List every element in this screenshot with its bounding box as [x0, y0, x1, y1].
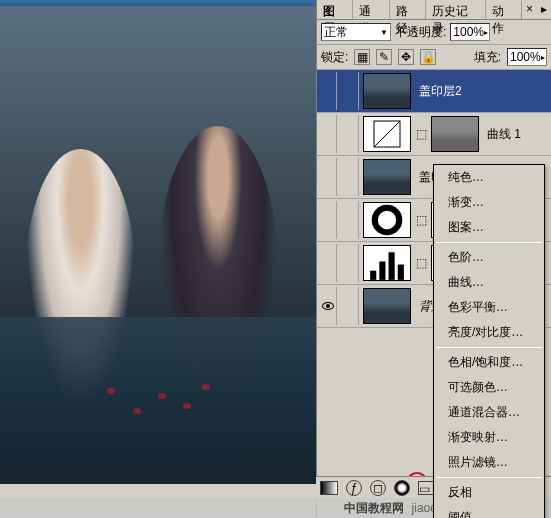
- menu-item-hue-saturation[interactable]: 色相/饱和度…: [434, 350, 544, 375]
- menu-separator: [436, 242, 542, 243]
- fill-input[interactable]: 100% ▸: [507, 48, 547, 66]
- eye-icon: [322, 302, 334, 310]
- layer-thumbnail[interactable]: [363, 73, 411, 109]
- menu-item-invert[interactable]: 反相: [434, 480, 544, 505]
- blend-mode-select[interactable]: 正常 ▼: [321, 23, 391, 41]
- chevron-right-icon: ▸: [541, 53, 545, 62]
- menu-item-pattern[interactable]: 图案…: [434, 215, 544, 240]
- tab-actions[interactable]: 动作: [486, 0, 522, 19]
- mask-link-icon[interactable]: ⬚: [415, 256, 427, 270]
- svg-point-2: [378, 211, 396, 229]
- chevron-right-icon: ▸: [484, 28, 488, 37]
- svg-rect-6: [398, 265, 404, 280]
- visibility-toggle[interactable]: [319, 158, 337, 196]
- mask-link-icon[interactable]: ⬚: [415, 213, 427, 227]
- menu-item-levels[interactable]: 色阶…: [434, 245, 544, 270]
- opacity-value: 100%: [453, 25, 484, 39]
- link-toggle[interactable]: [341, 287, 359, 325]
- chevron-down-icon: ▼: [380, 28, 388, 37]
- menu-item-solid-color[interactable]: 纯色…: [434, 165, 544, 190]
- menu-item-color-balance[interactable]: 色彩平衡…: [434, 295, 544, 320]
- lock-transparency-icon[interactable]: ▦: [354, 49, 370, 65]
- link-layers-icon[interactable]: [320, 481, 338, 495]
- visibility-toggle[interactable]: [319, 201, 337, 239]
- lock-position-icon[interactable]: ✥: [398, 49, 414, 65]
- adjustment-layer-menu: 纯色… 渐变… 图案… 色阶… 曲线… 色彩平衡… 亮度/对比度… 色相/饱和度…: [433, 164, 545, 518]
- link-toggle[interactable]: [341, 201, 359, 239]
- layer-name[interactable]: 曲线 1: [483, 126, 521, 143]
- visibility-toggle[interactable]: [319, 244, 337, 282]
- layer-thumbnail[interactable]: [363, 159, 411, 195]
- new-group-icon[interactable]: ▭: [418, 481, 434, 495]
- layer-thumbnail[interactable]: [363, 288, 411, 324]
- menu-item-photo-filter[interactable]: 照片滤镜…: [434, 450, 544, 475]
- link-toggle[interactable]: [341, 158, 359, 196]
- layer-thumbnail[interactable]: [363, 202, 411, 238]
- layer-thumbnail[interactable]: [363, 245, 411, 281]
- lock-paint-icon[interactable]: ✎: [376, 49, 392, 65]
- svg-rect-3: [370, 271, 376, 280]
- tab-layers[interactable]: 图层: [317, 0, 353, 19]
- opacity-input[interactable]: 100% ▸: [450, 23, 490, 41]
- watermark-site: 中国教程网: [344, 500, 404, 517]
- blend-mode-value: 正常: [324, 24, 348, 41]
- layer-thumbnail[interactable]: [363, 116, 411, 152]
- menu-item-selective-color[interactable]: 可选颜色…: [434, 375, 544, 400]
- visibility-toggle[interactable]: [319, 72, 337, 110]
- visibility-toggle[interactable]: [319, 115, 337, 153]
- link-toggle[interactable]: [341, 115, 359, 153]
- link-toggle[interactable]: [341, 72, 359, 110]
- layer-row[interactable]: ⬚ 曲线 1: [317, 113, 551, 156]
- menu-item-curves[interactable]: 曲线…: [434, 270, 544, 295]
- menu-item-gradient[interactable]: 渐变…: [434, 190, 544, 215]
- tab-paths[interactable]: 路径: [390, 0, 426, 19]
- menu-item-channel-mixer[interactable]: 通道混合器…: [434, 400, 544, 425]
- canvas-area[interactable]: [0, 6, 316, 484]
- svg-rect-5: [389, 252, 395, 280]
- layer-row[interactable]: 盖印层2: [317, 70, 551, 113]
- adjustment-layer-icon[interactable]: [394, 480, 410, 496]
- opacity-label: 不透明度:: [395, 24, 446, 41]
- fill-label: 填充:: [474, 49, 501, 66]
- panel-close-icon[interactable]: ×: [522, 0, 537, 19]
- menu-separator: [436, 477, 542, 478]
- menu-item-brightness-contrast[interactable]: 亮度/对比度…: [434, 320, 544, 345]
- layer-mask-thumbnail[interactable]: [431, 116, 479, 152]
- panel-menu-icon[interactable]: ▸: [537, 0, 551, 19]
- lock-label: 锁定:: [321, 49, 348, 66]
- layer-name[interactable]: 盖印层2: [415, 83, 462, 100]
- document-photo: [0, 6, 316, 484]
- menu-separator: [436, 347, 542, 348]
- lock-all-icon[interactable]: 🔒: [420, 49, 436, 65]
- menu-item-gradient-map[interactable]: 渐变映射…: [434, 425, 544, 450]
- visibility-toggle[interactable]: [319, 287, 337, 325]
- fill-value: 100%: [510, 50, 541, 64]
- layer-mask-icon[interactable]: ◻: [370, 480, 386, 496]
- link-toggle[interactable]: [341, 244, 359, 282]
- svg-rect-4: [379, 261, 385, 279]
- tab-history[interactable]: 历史记录: [426, 0, 486, 19]
- layer-style-icon[interactable]: ƒ: [346, 480, 362, 496]
- mask-link-icon[interactable]: ⬚: [415, 127, 427, 141]
- tab-channels[interactable]: 通道: [353, 0, 389, 19]
- menu-item-threshold[interactable]: 阈值…: [434, 505, 544, 518]
